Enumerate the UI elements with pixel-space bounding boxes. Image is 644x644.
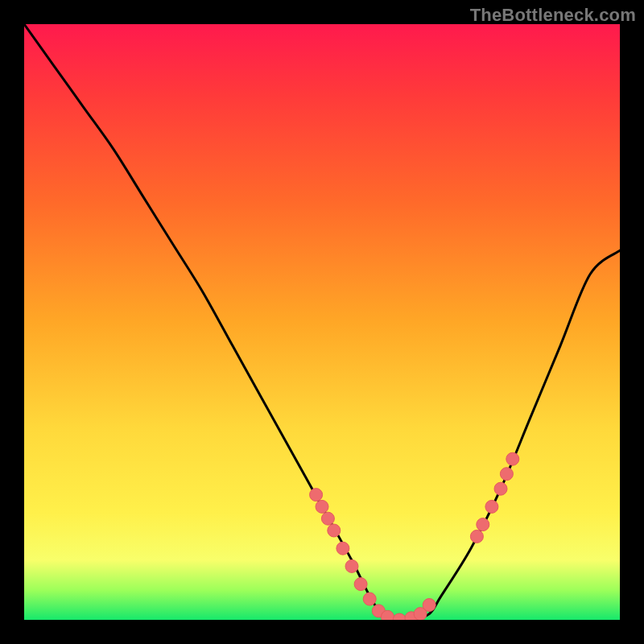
marker-dot <box>494 482 507 495</box>
chart-frame: TheBottleneck.com <box>0 0 644 644</box>
watermark-text: TheBottleneck.com <box>470 5 636 26</box>
marker-dot <box>316 500 328 513</box>
highlighted-markers <box>310 452 519 620</box>
plot-area <box>24 24 620 620</box>
marker-dot <box>381 610 394 620</box>
marker-dot <box>328 524 341 537</box>
marker-dot <box>506 452 519 465</box>
marker-dot <box>423 599 436 612</box>
marker-dot <box>477 518 489 531</box>
marker-dot <box>321 512 334 525</box>
marker-dot <box>310 489 323 502</box>
marker-dot <box>354 578 367 591</box>
marker-dot <box>345 559 358 572</box>
marker-dot <box>393 613 406 620</box>
marker-dot <box>485 500 498 513</box>
bottleneck-curve <box>24 24 620 620</box>
marker-dot <box>336 542 349 555</box>
marker-dot <box>500 468 513 481</box>
curve-svg <box>24 24 620 620</box>
marker-dot <box>363 592 376 605</box>
curve-path <box>24 24 620 620</box>
marker-dot <box>470 530 483 543</box>
